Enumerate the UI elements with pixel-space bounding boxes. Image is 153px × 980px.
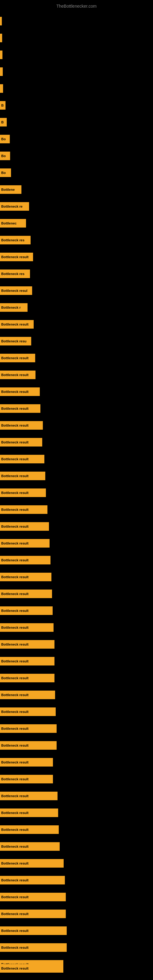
bar-label: Bo (1, 137, 6, 141)
bar-item (0, 17, 2, 25)
bar-item: Bottleneck result (0, 842, 60, 851)
bar-label: Bottleneck result (1, 659, 29, 663)
bar-item: Bottleneck result (0, 522, 49, 531)
bar-item: Bottleneck re (0, 202, 29, 211)
bar-label: Bottleneck result (1, 508, 29, 511)
bar-item: Bottleneck result (0, 505, 48, 514)
bar-item: Bottleneck result (0, 623, 54, 632)
bar-label: Bottleneck result (1, 811, 29, 815)
bar-item (0, 67, 3, 76)
bar-item: B (0, 101, 5, 110)
bar-item (0, 51, 2, 59)
bar-label: Bottlenec (1, 221, 16, 225)
bar-item: Bottleneck result (0, 926, 67, 935)
bar-label: Bottleneck result (1, 609, 29, 612)
bar-label: Bottleneck res (1, 238, 24, 242)
bar-item (0, 84, 3, 93)
site-title: TheBottlenecker.com (0, 1, 153, 10)
bar-item: Bottleneck result (0, 472, 45, 480)
bar-label: Bottleneck result (1, 727, 29, 730)
bar-label: Bottleneck result (1, 575, 29, 579)
bar-item: Bottleneck result (0, 354, 35, 362)
bar-item: Bottleneck result (0, 674, 54, 682)
bar-label: Bottleneck result (1, 676, 29, 680)
bar-item: Bottleneck r (0, 303, 27, 312)
bar-item: Bottleneck result (0, 724, 57, 733)
bar-label: Bottleneck result (1, 558, 29, 562)
bar-item: Bottlenec (0, 219, 26, 228)
bar-item: Bottleneck result (0, 556, 51, 565)
bar-label: Bottleneck result (1, 373, 29, 377)
bar-item: Bottleneck resul (0, 286, 32, 295)
bar-label: Bottleneck result (1, 710, 29, 714)
bar-label: Bottleneck r (1, 305, 21, 309)
bar-label: B (1, 103, 4, 107)
bar-item: Bottleneck res (0, 236, 30, 244)
bar-label: Bottleneck result (1, 912, 29, 916)
bar-item: Bottleneck result (0, 539, 49, 547)
bar-item: Bottleneck result (0, 825, 59, 834)
bar-label: Bottleneck result (1, 541, 29, 545)
bar-label: Bo (1, 154, 6, 158)
bar-item: Bottleneck result (0, 775, 53, 783)
bar-label: Bottleneck resu (1, 339, 27, 343)
bar-item: Bottleneck result (0, 606, 53, 615)
bar-item: Bottleneck result (0, 758, 53, 767)
bar-item: Bottleneck res (0, 269, 30, 278)
bar-label: Bottleneck result (1, 323, 29, 326)
bar-label: Bottleneck result (1, 777, 29, 781)
bar-label: Bottleneck result (1, 255, 29, 259)
bar-item: Bottleneck result (0, 455, 45, 463)
bar-item: Bottleneck result (0, 640, 54, 649)
bar-item: Bottleneck result (0, 910, 66, 918)
bar-item: Bottleneck result (0, 859, 64, 868)
bar-label: Bottleneck result (1, 491, 29, 495)
bar-label: Bottleneck result (1, 525, 29, 528)
bar-label: Bottleneck re (1, 205, 22, 208)
bar-label: Bottleneck result (1, 474, 29, 478)
bar-label: Bottleneck result (1, 895, 29, 899)
bar-label: Bottleneck result (1, 878, 29, 882)
bar-item: Bottleneck result (0, 741, 57, 750)
bar-item: Bottleneck result (0, 387, 40, 396)
bar-label: Bottleneck result (1, 967, 29, 970)
bar-item: Bottlene (0, 185, 21, 194)
bar-item: Bottleneck result (0, 943, 67, 952)
bar-label: Bottleneck result (1, 457, 29, 461)
bar-item: Bottleneck result (0, 808, 58, 817)
bar-item: Bottleneck result (0, 690, 55, 699)
bar-item (0, 34, 2, 42)
bar-item: Bottleneck result (0, 404, 40, 413)
bar-label: Bottleneck result (1, 441, 29, 444)
bar-label: Bottleneck result (1, 828, 29, 832)
bar-item: Bottleneck result (0, 792, 57, 800)
bar-label: Bottleneck result (1, 592, 29, 596)
bar-item: Bottleneck result (0, 438, 42, 447)
bar-label: Bottleneck result (1, 693, 29, 697)
bar-label: Bottleneck result (1, 946, 29, 950)
bar-item: Bottleneck result (0, 253, 33, 261)
bar-label: Bottleneck result (1, 760, 29, 764)
bar-label: Bottleneck result (1, 407, 29, 410)
bar-item: Bottleneck result (0, 371, 35, 379)
bar-label: Bottleneck resul (1, 289, 27, 293)
bar-label: Bottleneck result (1, 845, 29, 848)
bar-item: Bottleneck result (0, 657, 54, 665)
bar-label: Bo (1, 171, 6, 175)
bar-label: Bottlene (1, 188, 15, 191)
bar-label: Bottleneck result (1, 643, 29, 646)
bar-label: Bottleneck result (1, 744, 29, 747)
bar-label: Bottleneck result (1, 626, 29, 629)
bar-item: Bottleneck result (0, 573, 51, 581)
bar-label: Bottleneck result (1, 390, 29, 393)
bar-label: Bottleneck result (1, 423, 29, 427)
bar-item: Bottleneck result (0, 590, 52, 598)
bar-label: Bottleneck result (1, 794, 29, 798)
bar-item: Bo (0, 169, 11, 177)
bar-label: Bottleneck res (1, 272, 24, 275)
bar-item: Bo (0, 135, 10, 143)
bar-item: Bo (0, 151, 10, 160)
bar-item: B (0, 118, 7, 126)
bar-item: Bottleneck resu (0, 337, 31, 345)
bar-label: Bottleneck result (1, 861, 29, 865)
